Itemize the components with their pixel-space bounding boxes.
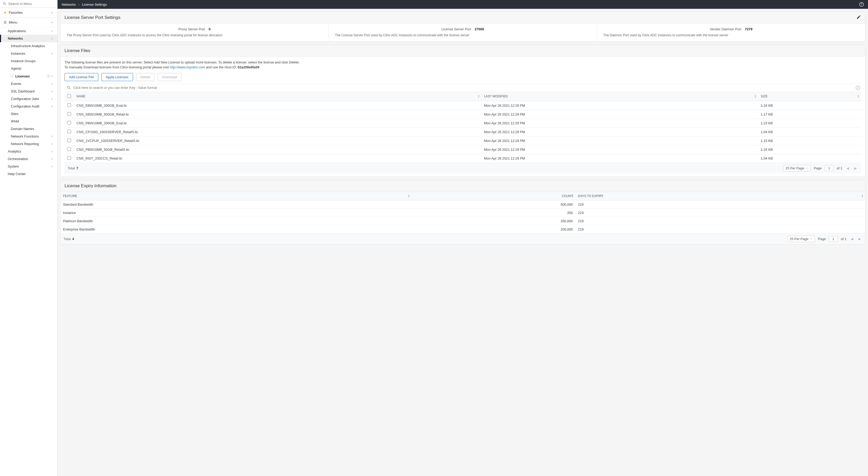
col-name[interactable]: NAME▲▼ bbox=[74, 92, 482, 101]
table-row[interactable]: CNS_CP1000_100SSERVER_RetailS.licMon Apr… bbox=[65, 128, 861, 136]
table-row[interactable]: CNS_PBW10MB_200GB_Eval.licMon Apr 26 202… bbox=[65, 118, 861, 128]
table-row[interactable]: Platinum Bandwidth250,000219 bbox=[60, 217, 865, 225]
mycitrix-link[interactable]: http://www.mycitrix.com bbox=[170, 65, 205, 69]
sidebar-item-label: Sites bbox=[11, 112, 54, 116]
col-feature[interactable]: FEATURE▲▼ bbox=[60, 192, 411, 200]
chevron-right-icon bbox=[51, 158, 54, 161]
cell-name: CNS_SBW10MB_500GB_Retail.lic bbox=[74, 110, 482, 118]
add-license-file-button[interactable]: Add License File bbox=[65, 73, 98, 81]
cell-count: 200 bbox=[411, 208, 575, 217]
menu-header[interactable]: ☰ Menu bbox=[0, 18, 57, 27]
pencil-icon bbox=[856, 15, 861, 20]
sidebar-item-agents[interactable]: Agents bbox=[0, 65, 57, 72]
sidebar-item-label: System bbox=[8, 165, 51, 168]
sidebar-item-instances[interactable]: Instances bbox=[0, 50, 57, 57]
breadcrumb-license-settings[interactable]: License Settings bbox=[82, 3, 107, 6]
next-page-icon[interactable]: ▶ bbox=[857, 237, 862, 241]
port-value: 27000 bbox=[475, 27, 484, 31]
row-checkbox[interactable] bbox=[67, 139, 71, 142]
table-row[interactable]: CNS_1VCPUP_100SSERVER_RetailS.licMon Apr… bbox=[65, 136, 861, 145]
edit-button[interactable] bbox=[856, 15, 861, 20]
sidebar-item-networks[interactable]: Networks bbox=[0, 35, 57, 42]
sidebar-item-label: Licenses bbox=[15, 74, 45, 78]
sidebar-item-analytics[interactable]: Analytics bbox=[0, 148, 57, 155]
sidebar-item-domain-names[interactable]: Domain Names bbox=[0, 125, 57, 133]
sidebar-item-label: Analytics bbox=[8, 149, 51, 153]
sidebar-item-applications[interactable]: Applications bbox=[0, 27, 57, 35]
sidebar-item-help-center[interactable]: Help Center bbox=[0, 170, 57, 178]
sidebar-item-infrastructure-analytics[interactable]: Infrastructure Analytics bbox=[0, 42, 57, 50]
sidebar-item-network-reporting[interactable]: Network Reporting bbox=[0, 140, 57, 148]
col-days[interactable]: DAYS TO EXPIRY▲▼ bbox=[575, 192, 865, 200]
prev-page-icon[interactable]: ◀ bbox=[845, 166, 850, 170]
table-row[interactable]: CNS_PBW10MB_50GB_RetailS.licMon Apr 26 2… bbox=[65, 145, 861, 154]
row-checkbox[interactable] bbox=[67, 130, 71, 133]
row-checkbox[interactable] bbox=[67, 147, 71, 151]
sidebar-item-licenses[interactable]: ☆Licenses bbox=[0, 72, 57, 80]
sidebar-item-ipam[interactable]: IPAM bbox=[0, 117, 57, 125]
page-input[interactable] bbox=[825, 165, 834, 171]
per-page-select[interactable]: 25 Per Page bbox=[783, 165, 811, 171]
table-row[interactable]: Standard Bandwidth500,000219 bbox=[60, 200, 865, 208]
info-icon[interactable]: i bbox=[856, 86, 860, 90]
chevron-right-icon bbox=[51, 105, 54, 108]
sidebar-item-network-functions[interactable]: Network Functions bbox=[0, 133, 57, 140]
port-value: 0 bbox=[209, 27, 211, 31]
sidebar-item-configuration-jobs[interactable]: Configuration Jobs bbox=[0, 95, 57, 103]
sidebar-item-orchestration[interactable]: Orchestration bbox=[0, 155, 57, 163]
delete-button[interactable]: Delete bbox=[136, 73, 155, 81]
favorites-row[interactable]: ★ Favorites bbox=[0, 7, 57, 18]
search-icon bbox=[3, 2, 7, 6]
page-input[interactable] bbox=[829, 236, 838, 242]
row-checkbox[interactable] bbox=[67, 156, 71, 160]
sidebar-item-label: Applications bbox=[8, 29, 51, 33]
license-files-title: License Files bbox=[65, 48, 861, 53]
apply-licenses-button[interactable]: Apply Licenses bbox=[101, 73, 133, 81]
table-row[interactable]: CNS_SBW10MB_500GB_Retail.licMon Apr 26 2… bbox=[65, 110, 861, 118]
table-row[interactable]: Enterprise Bandwidth200,000219 bbox=[60, 225, 865, 233]
prev-page-icon[interactable]: ◀ bbox=[849, 237, 854, 241]
expiry-table: FEATURE▲▼ COUNT▲▼ DAYS TO EXPIRY▲▼ Stand… bbox=[60, 192, 865, 234]
menu-search-input[interactable] bbox=[8, 2, 55, 6]
help-icon[interactable]: ? bbox=[859, 2, 864, 7]
menu-search[interactable] bbox=[0, 0, 57, 7]
license-files-panel: License Files The following license file… bbox=[60, 45, 865, 177]
col-size[interactable]: SIZE▲▼ bbox=[758, 92, 861, 101]
breadcrumb-networks[interactable]: Networks bbox=[62, 3, 76, 6]
sidebar-item-system[interactable]: System bbox=[0, 163, 57, 170]
chevron-right-icon bbox=[51, 37, 54, 40]
port-desc: The License Server Port used by Citrix A… bbox=[335, 33, 591, 38]
port-cell: Proxy Server Port0The Proxy Server Port … bbox=[60, 24, 329, 41]
sidebar-item-events[interactable]: Events bbox=[0, 80, 57, 88]
cell-size: 1.04 KB bbox=[758, 154, 861, 163]
table-row[interactable]: Instance200219 bbox=[60, 208, 865, 217]
col-last-modified[interactable]: LAST MODIFIED▲▼ bbox=[482, 92, 758, 101]
per-page-select[interactable]: 25 Per Page bbox=[787, 236, 815, 242]
cell-days: 219 bbox=[575, 208, 865, 217]
table-row[interactable]: CNS_EBW10MB_200GB_Eval.licMon Apr 26 202… bbox=[65, 101, 861, 110]
cell-feature: Enterprise Bandwidth bbox=[60, 225, 411, 233]
sidebar-item-ssl-dashboard[interactable]: SSL Dashboard bbox=[0, 88, 57, 95]
sidebar-item-label: Networks bbox=[8, 36, 51, 40]
cell-modified: Mon Apr 26 2021 12:29 PM bbox=[482, 110, 758, 118]
license-files-note: The following license files are present … bbox=[65, 60, 861, 70]
table-row[interactable]: CNS_INST_200CCS_Retail.licMon Apr 26 202… bbox=[65, 154, 861, 163]
row-checkbox[interactable] bbox=[67, 121, 71, 125]
sidebar-item-instance-groups[interactable]: Instance Groups bbox=[0, 57, 57, 65]
sidebar-item-sites[interactable]: Sites bbox=[0, 110, 57, 117]
select-all-checkbox[interactable] bbox=[67, 94, 71, 98]
chevron-right-icon bbox=[51, 165, 54, 168]
license-search-input[interactable] bbox=[73, 86, 856, 90]
cell-modified: Mon Apr 26 2021 12:29 PM bbox=[482, 101, 758, 110]
download-button[interactable]: Download bbox=[158, 73, 182, 81]
next-page-icon[interactable]: ▶ bbox=[853, 166, 858, 170]
menu-label: Menu bbox=[9, 21, 50, 24]
row-checkbox[interactable] bbox=[67, 103, 71, 107]
sidebar: ★ Favorites ☰ Menu ApplicationsNetworks … bbox=[0, 0, 58, 476]
row-checkbox[interactable] bbox=[67, 112, 71, 116]
col-count[interactable]: COUNT▲▼ bbox=[411, 192, 575, 200]
sidebar-item-configuration-audit[interactable]: Configuration Audit bbox=[0, 103, 57, 110]
sidebar-item-label: Configuration Jobs bbox=[11, 97, 51, 101]
cell-size: 1.17 KB bbox=[758, 110, 861, 118]
search-icon bbox=[67, 86, 71, 90]
